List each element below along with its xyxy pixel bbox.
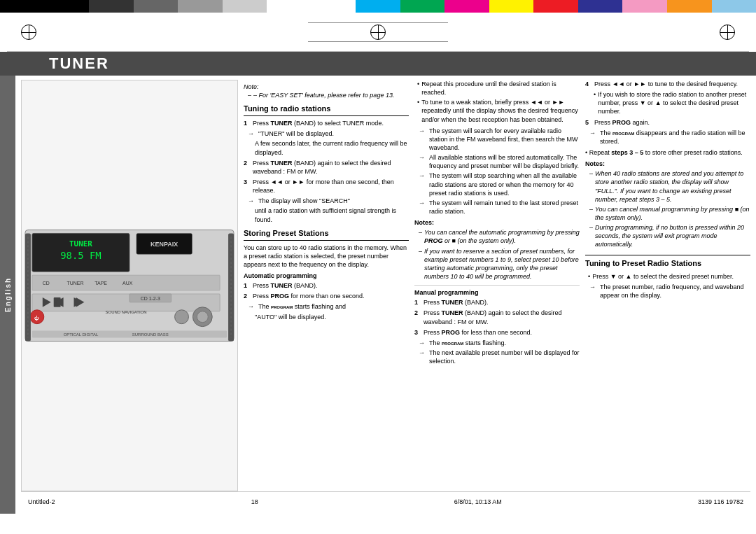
step-1: 1 Press TUNER (BAND) to select TUNER mod… xyxy=(244,119,409,127)
svg-text:AUX: AUX xyxy=(122,281,133,286)
column-left: Note: – – For 'EASY SET' feature, please… xyxy=(244,80,409,491)
preset-step-1-arrow: → The preset number, radio frequency, an… xyxy=(585,283,750,300)
storing-intro: You can store up to 40 radio stations in… xyxy=(244,244,409,269)
color-swatch-ltblue xyxy=(712,0,757,13)
right-step-5: 5 Press PROG again. xyxy=(585,118,750,127)
search-arrows: → The system will search for every avail… xyxy=(414,127,580,216)
bottom-bar: Untitled-2 18 6/8/01, 10:13 AM 3139 116 … xyxy=(21,491,750,511)
auto-prog-section: Automatic programming 1 Press TUNER (BAN… xyxy=(244,272,409,321)
arrow-search-2: → All available stations will be stored … xyxy=(414,153,580,170)
manual-step-2: 2 Press TUNER (BAND) again to select the… xyxy=(414,309,580,325)
preset-tuning-title: Tuning to Preset Radio Stations xyxy=(585,258,750,270)
right-note-2: – You can cancel manual programming by p… xyxy=(585,205,750,222)
device-image: TUNER 98.5 FM KENPAIX CD TUNER TAPE AUX xyxy=(21,80,238,491)
middle-notes: Notes: – You can cancel the automatic pr… xyxy=(414,218,580,281)
repeat-note: • Repeat steps 3 – 5 to store other pres… xyxy=(585,148,750,157)
svg-text:TAPE: TAPE xyxy=(94,281,107,286)
file-info: Untitled-2 xyxy=(28,498,55,505)
doc-number: 3139 116 19782 xyxy=(698,498,743,505)
page-title: TUNER xyxy=(49,55,109,73)
page-number: 18 xyxy=(251,498,258,505)
step-3: 3 Press ◄◄ or ►► for more than one secon… xyxy=(244,178,409,195)
auto-step-2-detail: "AUTO" will be displayed. xyxy=(244,313,409,321)
auto-step-2: 2 Press PROG for more than one second. xyxy=(244,292,409,300)
svg-text:OPTICAL DIGITAL: OPTICAL DIGITAL xyxy=(64,332,99,337)
preset-tuning-section: Tuning to Preset Radio Stations • Press … xyxy=(585,255,750,300)
manual-prog-section: Manual programming 1 Press TUNER (BAND).… xyxy=(414,285,580,365)
color-swatch-yellow xyxy=(489,0,534,13)
color-swatch-lightgray xyxy=(178,0,223,13)
arrow-search-4: → The system will remain tuned to the la… xyxy=(414,199,580,216)
arrow-search-1: → The system will search for every avail… xyxy=(414,127,580,152)
top-color-bar xyxy=(0,0,756,13)
svg-text:98.5 FM: 98.5 FM xyxy=(60,250,102,261)
color-swatch-black xyxy=(0,0,45,13)
manual-step-3: 3 Press PROG for less than one second. xyxy=(414,328,580,337)
tuning-section: Tuning to radio stations 1 Press TUNER (… xyxy=(244,104,409,223)
right-step-5-arrow: → The program disappears and the radio s… xyxy=(585,129,750,146)
color-swatch-green xyxy=(400,0,445,13)
svg-rect-29 xyxy=(32,331,227,338)
color-swatch-red xyxy=(533,0,578,13)
svg-text:CD 1-2-3: CD 1-2-3 xyxy=(141,296,160,301)
manual-step-1: 1 Press TUNER (BAND). xyxy=(414,298,580,307)
color-swatch-black2 xyxy=(45,0,90,13)
auto-prog-title: Automatic programming xyxy=(244,272,409,280)
auto-step-1: 1 Press TUNER (BAND). xyxy=(244,281,409,290)
preset-step-1: • Press ▼ or ▲ to select the desired pre… xyxy=(585,272,750,281)
bullet-1: • Repeat this procedure until the desire… xyxy=(414,80,580,97)
step-3-detail: until a radio station with sufficient si… xyxy=(244,206,409,223)
svg-text:CD: CD xyxy=(43,281,50,286)
step-1-detail: A few seconds later, the current radio f… xyxy=(244,139,409,156)
manual-step-3-arrow1: → The program starts flashing. xyxy=(414,339,580,347)
right-note-3: – During programming, if no button is pr… xyxy=(585,223,750,248)
color-swatch-spacer xyxy=(267,0,356,13)
easy-set-note: – – For 'EASY SET' feature, please refer… xyxy=(244,91,409,99)
registration-area xyxy=(0,13,756,51)
right-notes: Notes: – When 40 radio stations are stor… xyxy=(585,160,750,248)
right-step-4-bullet: • If you wish to store the radio station… xyxy=(585,90,750,115)
step-1-arrow: → "TUNER" will be displayed. xyxy=(244,129,409,138)
bullet-2: • To tune to a weak station, briefly pre… xyxy=(414,98,580,123)
color-swatch-peach xyxy=(667,0,712,13)
content-area: TUNER 98.5 FM KENPAIX CD TUNER TAPE AUX xyxy=(15,76,756,514)
svg-text:TUNER: TUNER xyxy=(67,281,84,286)
arrow-search-3: → The system will stop searching when al… xyxy=(414,171,580,197)
storing-section-title: Storing Preset Stations xyxy=(244,228,409,241)
step-3-arrow1: → The display will show "SEARCH" xyxy=(244,197,409,205)
auto-step-2-arrow: → The program starts flashing and xyxy=(244,302,409,311)
right-step-4: 4 Press ◄◄ or ►► to tune to the desired … xyxy=(585,80,750,88)
tuner-title-bar: TUNER xyxy=(0,52,756,76)
color-swatch-blue xyxy=(578,0,623,13)
svg-text:TUNER: TUNER xyxy=(69,239,92,248)
svg-text:SURROUND BASS: SURROUND BASS xyxy=(132,332,169,337)
color-swatch-cyan xyxy=(356,0,400,13)
device-svg: TUNER 98.5 FM KENPAIX CD TUNER TAPE AUX xyxy=(22,80,237,491)
main-content: English TUNER 98.5 FM KENPAIX xyxy=(0,76,756,514)
right-note-1: – When 40 radio stations are stored and … xyxy=(585,169,750,204)
svg-text:⏻: ⏻ xyxy=(34,316,39,321)
svg-text:SOUND NAVIGATION: SOUND NAVIGATION xyxy=(106,310,147,314)
column-middle: • Repeat this procedure until the desire… xyxy=(414,80,580,491)
storing-section: Storing Preset Stations You can store up… xyxy=(244,228,409,321)
reg-mark-center xyxy=(308,22,448,42)
manual-prog-title: Manual programming xyxy=(414,288,580,297)
reg-mark-right xyxy=(720,24,735,40)
note-section: Note: – – For 'EASY SET' feature, please… xyxy=(244,83,409,99)
svg-text:KENPAIX: KENPAIX xyxy=(150,241,178,248)
middle-bullets: • Repeat this procedure until the desire… xyxy=(414,80,580,124)
color-swatch-white xyxy=(223,0,267,13)
color-swatch-pink xyxy=(622,0,667,13)
middle-note-2: – If you want to reserve a section of pr… xyxy=(414,247,580,281)
language-sidebar: English xyxy=(0,76,15,514)
step-2: 2 Press TUNER (BAND) again to select the… xyxy=(244,159,409,176)
date-info: 6/8/01, 10:13 AM xyxy=(454,498,502,505)
column-right: 4 Press ◄◄ or ►► to tune to the desired … xyxy=(585,80,750,491)
note-label: Note: xyxy=(244,83,259,90)
color-swatch-gray xyxy=(134,0,178,13)
reg-mark-left xyxy=(21,24,36,40)
svg-point-19 xyxy=(175,310,189,324)
middle-note-1: – You can cancel the automatic programmi… xyxy=(414,228,580,245)
tuning-section-title: Tuning to radio stations xyxy=(244,104,409,116)
manual-step-3-arrow2: → The next available preset number will … xyxy=(414,349,580,365)
